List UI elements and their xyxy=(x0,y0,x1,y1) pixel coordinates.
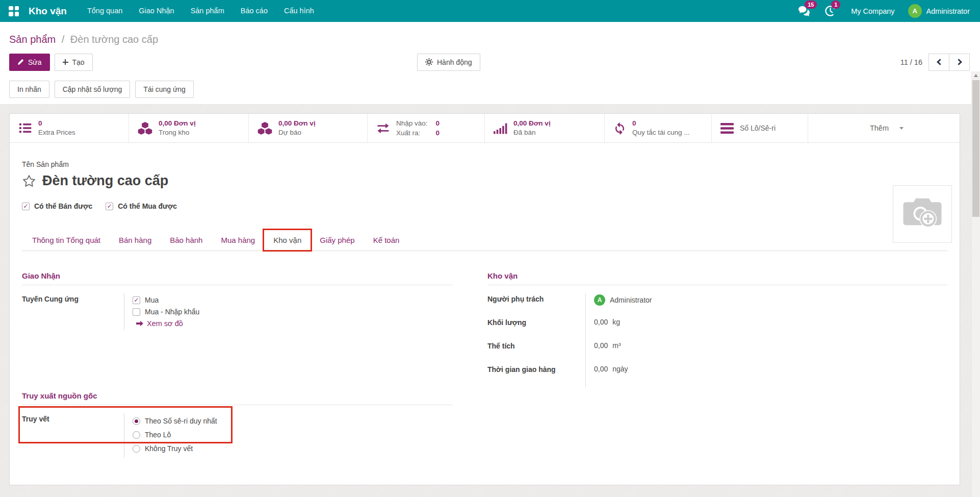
scrollbar-thumb[interactable] xyxy=(972,80,979,217)
company-switcher[interactable]: My Company xyxy=(851,7,894,15)
volume-value: 0,00 xyxy=(594,341,608,350)
pencil-icon xyxy=(17,59,24,65)
route-buy-checkbox[interactable]: Mua xyxy=(133,294,453,306)
bars-icon xyxy=(720,123,734,134)
tracking-lot-radio[interactable]: Theo Lô xyxy=(133,428,453,442)
weight-unit: kg xyxy=(612,318,620,326)
nav-item-configuration[interactable]: Cấu hình xyxy=(276,0,322,22)
route-buy-import-label: Mua - Nhập khẩu xyxy=(145,306,199,318)
tab-inventory[interactable]: Kho vận xyxy=(264,231,311,251)
scrollbar-up-arrow[interactable] xyxy=(972,71,980,80)
product-name-label: Tên Sản phẩm xyxy=(22,160,947,168)
update-quantity-button[interactable]: Cập nhật số lượng xyxy=(55,81,131,98)
user-name: Administrator xyxy=(926,7,970,15)
chevron-down-icon xyxy=(899,127,904,130)
smart-button-on-hand[interactable]: 0,00 Đơn vị Trong kho xyxy=(129,114,249,142)
tab-sales[interactable]: Bán hàng xyxy=(110,231,161,251)
tab-inventory-label: Kho vận xyxy=(273,236,301,244)
incoming-value: 0 xyxy=(436,119,440,128)
smart-button-sold[interactable]: 0,00 Đơn vị Đã bán xyxy=(485,114,605,142)
lead-time-unit: ngày xyxy=(612,365,628,373)
can-be-purchased-checkbox[interactable]: Có thể Mua được xyxy=(106,202,177,210)
more-label: Thêm xyxy=(870,124,889,132)
view-diagram-link[interactable]: Xem sơ đồ xyxy=(133,319,183,328)
nav-item-products[interactable]: Sản phẩm xyxy=(183,0,233,22)
smart-label: Trong kho xyxy=(159,128,196,137)
smart-button-more[interactable]: Thêm xyxy=(808,114,960,142)
tab-license[interactable]: Giấy phép xyxy=(311,231,364,251)
cubes-icon xyxy=(138,121,152,135)
tab-general-information[interactable]: Thông tin Tổng quát xyxy=(23,231,110,251)
checkbox-checked-icon xyxy=(22,203,30,210)
print-labels-button[interactable]: In nhãn xyxy=(9,81,49,98)
apps-grid-square xyxy=(15,12,19,16)
can-be-sold-checkbox[interactable]: Có thể Bán được xyxy=(22,202,92,210)
apps-menu-icon[interactable] xyxy=(6,4,21,19)
chevron-right-icon xyxy=(956,59,962,65)
product-image-placeholder[interactable] xyxy=(893,185,952,243)
tracking-serial-label: Theo Số sê-ri duy nhất xyxy=(145,414,217,428)
vertical-scrollbar[interactable] xyxy=(971,71,980,497)
action-menu-button[interactable]: Hành động xyxy=(417,54,480,71)
smart-button-lot-serial[interactable]: Số Lô/Sê-ri xyxy=(712,114,808,142)
smart-value: 0 xyxy=(632,119,690,128)
tab-warranty[interactable]: Bảo hành xyxy=(161,231,212,251)
weight-field-label: Khối lượng xyxy=(487,317,585,340)
exchange-arrows-icon xyxy=(376,122,390,134)
smart-button-in-out[interactable]: Nhập vào: 0 Xuất ra: 0 xyxy=(368,114,485,142)
nav-item-transfers[interactable]: Giao Nhận xyxy=(131,0,182,22)
view-diagram-label: Xem sơ đồ xyxy=(147,319,183,328)
smart-button-forecasted[interactable]: 0,00 Đơn vị Dự báo xyxy=(249,114,368,142)
checkbox-unchecked-icon xyxy=(133,308,140,316)
tracking-none-radio[interactable]: Không Truy vết xyxy=(133,442,453,456)
pager-previous-button[interactable] xyxy=(929,54,949,71)
tab-accounting[interactable]: Kế toán xyxy=(364,231,409,251)
nav-item-reporting[interactable]: Báo cáo xyxy=(233,0,276,22)
replenish-button[interactable]: Tái cung ứng xyxy=(135,81,194,98)
nav-item-overview[interactable]: Tổng quan xyxy=(79,0,131,22)
camera-plus-icon xyxy=(902,197,943,232)
volume-unit: m³ xyxy=(612,341,621,350)
favorite-star-icon[interactable] xyxy=(22,174,36,188)
cubes-icon xyxy=(257,121,272,135)
app-name[interactable]: Kho vận xyxy=(29,6,67,17)
inventory-group: Kho vận Người phụ trách A Administrator xyxy=(487,271,947,387)
radio-unselected-icon xyxy=(133,445,140,453)
messages-icon[interactable]: 15 xyxy=(798,5,811,18)
tab-purchase[interactable]: Mua hàng xyxy=(212,231,264,251)
smart-button-reordering-rules[interactable]: 0 Quy tắc tái cung ... xyxy=(605,114,712,142)
pager-next-button[interactable] xyxy=(949,54,970,71)
smart-label: Quy tắc tái cung ... xyxy=(632,128,690,137)
smart-value: 0 xyxy=(38,119,75,128)
tracking-serial-radio[interactable]: Theo Số sê-ri duy nhất xyxy=(133,414,453,428)
radio-selected-icon xyxy=(133,417,140,425)
breadcrumb-current: Đèn tường cao cấp xyxy=(70,34,158,45)
route-buy-import-checkbox[interactable]: Mua - Nhập khẩu xyxy=(133,306,453,318)
logistics-group-title: Giao Nhận xyxy=(22,271,453,285)
logistics-group: Giao Nhận Tuyến Cung ứng Mua Mua xyxy=(22,271,453,330)
outgoing-value: 0 xyxy=(436,129,440,138)
breadcrumb: Sản phẩm / Đèn tường cao cấp xyxy=(9,32,970,46)
breadcrumb-separator: / xyxy=(62,34,65,45)
routes-field-label: Tuyến Cung ứng xyxy=(22,293,124,330)
traceability-group-title: Truy xuất nguồn gốc xyxy=(22,391,453,405)
apps-grid-square xyxy=(15,6,19,11)
edit-button[interactable]: Sửa xyxy=(9,54,50,71)
navbar-systray: 15 1 My Company A Administrator xyxy=(798,4,970,18)
activities-badge: 1 xyxy=(831,1,840,9)
product-form: Tên Sản phẩm Đèn tường cao cấp Có thể Bá… xyxy=(10,143,960,458)
can-be-purchased-label: Có thể Mua được xyxy=(118,202,177,210)
messages-badge: 15 xyxy=(805,1,817,9)
route-buy-label: Mua xyxy=(145,294,159,306)
radio-unselected-icon xyxy=(133,431,140,439)
create-button[interactable]: Tạo xyxy=(55,54,93,71)
edit-button-label: Sửa xyxy=(28,58,42,66)
responsible-value[interactable]: Administrator xyxy=(610,296,652,304)
content-background: 0 Extra Prices 0,00 Đơn vị Trong kho xyxy=(0,105,980,497)
user-menu[interactable]: A Administrator xyxy=(908,4,970,18)
smart-value: 0,00 Đơn vị xyxy=(278,119,316,128)
breadcrumb-parent[interactable]: Sản phẩm xyxy=(9,34,56,45)
activities-icon[interactable]: 1 xyxy=(824,5,838,18)
smart-button-extra-prices[interactable]: 0 Extra Prices xyxy=(10,114,129,142)
refresh-icon xyxy=(613,122,626,135)
